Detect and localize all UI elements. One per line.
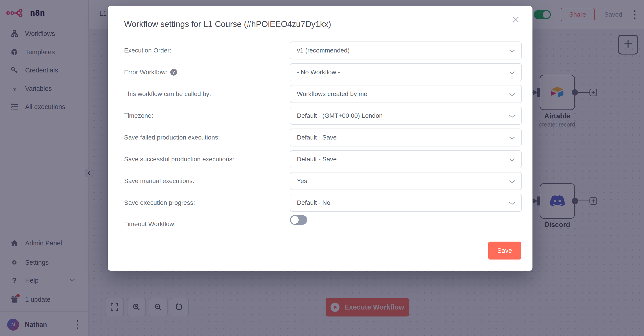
toggle-knob — [291, 216, 299, 224]
workflow-settings-modal: Workflow settings for L1 Course (#hPOiEE… — [108, 5, 532, 271]
row-execution-order: Execution Order: v1 (recommended) — [108, 41, 532, 59]
select-value: Default - (GMT+00:00) London — [297, 112, 382, 119]
execution-order-select[interactable]: v1 (recommended) — [290, 41, 522, 59]
app-root: + Airtable create: record + Discord + — [0, 0, 644, 336]
row-save-progress: Save execution progress: Default - No — [108, 194, 532, 212]
chevron-down-icon — [509, 158, 516, 162]
select-value: Default - Save — [297, 156, 336, 163]
select-value: v1 (recommended) — [297, 47, 350, 54]
chevron-down-icon — [509, 114, 516, 118]
row-error-workflow: Error Workflow: ? - No Workflow - — [108, 63, 532, 81]
chevron-down-icon — [509, 136, 516, 140]
select-value: - No Workflow - — [297, 69, 340, 76]
save-failed-select[interactable]: Default - Save — [290, 128, 522, 146]
close-icon[interactable] — [512, 15, 520, 24]
row-timezone: Timezone: Default - (GMT+00:00) London — [108, 107, 532, 125]
row-timeout-workflow: Timeout Workflow: — [108, 215, 532, 233]
row-save-failed: Save failed production executions: Defau… — [108, 128, 532, 146]
chevron-down-icon — [509, 180, 516, 183]
field-label: This workflow can be called by: — [124, 85, 211, 103]
field-label: Save manual executions: — [124, 172, 194, 190]
field-label: Save execution progress: — [124, 194, 195, 212]
help-icon[interactable]: ? — [170, 69, 177, 76]
modal-title: Workflow settings for L1 Course (#hPOiEE… — [124, 19, 331, 29]
field-label: Error Workflow: ? — [124, 63, 177, 81]
field-label: Timeout Workflow: — [124, 218, 176, 230]
chevron-down-icon — [509, 93, 516, 96]
save-success-select[interactable]: Default - Save — [290, 150, 522, 168]
save-button[interactable]: Save — [488, 242, 521, 260]
field-label: Timezone: — [124, 107, 153, 125]
chevron-down-icon — [509, 201, 516, 205]
chevron-down-icon — [509, 49, 516, 53]
chevron-down-icon — [509, 71, 516, 75]
caller-policy-select[interactable]: Workflows created by me — [290, 85, 522, 103]
row-save-success: Save successful production executions: D… — [108, 150, 532, 168]
timezone-select[interactable]: Default - (GMT+00:00) London — [290, 107, 522, 125]
error-workflow-select[interactable]: - No Workflow - — [290, 63, 522, 81]
field-label-text: Error Workflow: — [124, 69, 167, 76]
select-value: Workflows created by me — [297, 90, 367, 98]
row-caller-policy: This workflow can be called by: Workflow… — [108, 85, 532, 103]
save-manual-select[interactable]: Yes — [290, 172, 522, 190]
save-progress-select[interactable]: Default - No — [290, 194, 522, 212]
select-value: Default - Save — [297, 134, 336, 141]
field-label: Save failed production executions: — [124, 128, 220, 146]
row-save-manual: Save manual executions: Yes — [108, 172, 532, 190]
field-label: Execution Order: — [124, 41, 171, 59]
select-value: Default - No — [297, 199, 330, 206]
timeout-workflow-toggle[interactable] — [290, 215, 307, 225]
field-label: Save successful production executions: — [124, 150, 234, 168]
select-value: Yes — [297, 177, 307, 185]
